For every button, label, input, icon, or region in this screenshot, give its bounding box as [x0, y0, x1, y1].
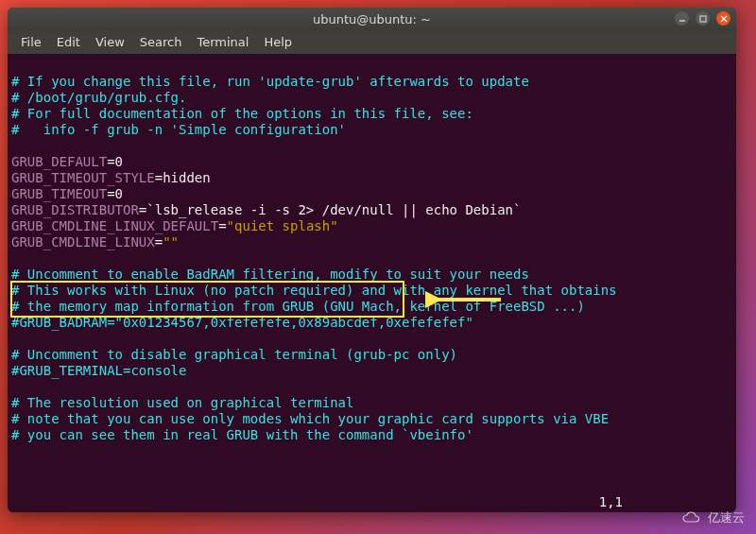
window-title: ubuntu@ubuntu: ~ [8, 12, 736, 26]
terminal-window: ubuntu@ubuntu: ~ File Edit View Search T… [8, 8, 736, 512]
titlebar: ubuntu@ubuntu: ~ [8, 8, 736, 31]
comment-line: # you can see them in real GRUB with the… [11, 427, 473, 442]
config-value: 0 [115, 154, 123, 169]
menu-terminal[interactable]: Terminal [189, 31, 256, 54]
comment-line: # The resolution used on graphical termi… [11, 395, 353, 410]
comment-line: # Uncomment to enable BadRAM filtering, … [11, 267, 529, 282]
comment-line: # note that you can use only modes which… [11, 411, 609, 426]
menu-help[interactable]: Help [256, 31, 300, 54]
minimize-button[interactable] [675, 11, 689, 26]
config-value: 0 [115, 186, 123, 201]
comment-line: # /boot/grub/grub.cfg. [11, 90, 186, 105]
svg-rect-1 [700, 16, 706, 22]
config-value: "" [163, 234, 179, 250]
config-value: "quiet splash" [227, 218, 338, 233]
menu-file[interactable]: File [13, 31, 49, 54]
comment-line: #GRUB_TERMINAL=console [11, 363, 186, 378]
config-value: `lsb_release -i -s 2> /dev/null || echo … [146, 202, 521, 217]
config-key: GRUB_DEFAULT [11, 154, 107, 169]
config-key: GRUB_TIMEOUT [11, 186, 107, 201]
config-key: GRUB_TIMEOUT_STYLE [11, 170, 155, 185]
config-key: GRUB_CMDLINE_LINUX [11, 234, 155, 250]
comment-line: # info -f grub -n 'Simple configuration' [11, 122, 346, 137]
config-key: GRUB_CMDLINE_LINUX_DEFAULT [11, 218, 218, 233]
menubar: File Edit View Search Terminal Help [8, 31, 736, 54]
menu-edit[interactable]: Edit [49, 31, 88, 54]
window-buttons [675, 11, 730, 26]
comment-line: #GRUB_BADRAM="0x01234567,0xfefefefe,0x89… [11, 315, 473, 330]
cloud-icon [681, 511, 704, 525]
comment-line: # If you change this file, run 'update-g… [11, 74, 529, 89]
menu-view[interactable]: View [88, 31, 132, 54]
maximize-button[interactable] [696, 11, 710, 26]
comment-line: # the memory map information from GRUB (… [11, 299, 585, 314]
comment-line: # For full documentation of the options … [11, 106, 473, 121]
menu-search[interactable]: Search [132, 31, 190, 54]
cursor-position: 1,1 [599, 494, 623, 510]
comment-line: # Uncomment to disable graphical termina… [11, 347, 457, 362]
config-value: hidden [163, 170, 211, 185]
close-button[interactable] [716, 11, 730, 26]
terminal-content[interactable]: # If you change this file, run 'update-g… [8, 54, 736, 512]
config-key: GRUB_DISTRIBUTOR [11, 202, 139, 217]
comment-line: # This works with Linux (no patch requir… [11, 283, 617, 298]
